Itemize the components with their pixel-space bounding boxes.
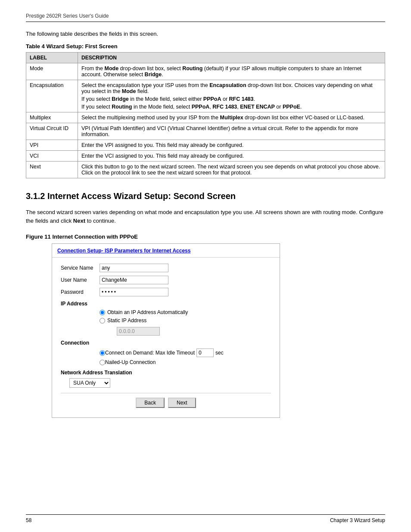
- table-row: Encapsulation Select the encapsulation t…: [26, 80, 385, 112]
- footer-chapter: Chapter 3 Wizard Setup: [330, 517, 385, 523]
- figure-caption: Figure 11 Internet Connection with PPPoE: [26, 233, 385, 240]
- password-label: Password: [61, 289, 100, 295]
- nailed-up-radio[interactable]: [100, 360, 105, 365]
- col-description-header: DESCRIPTION: [78, 53, 385, 63]
- service-name-row: Service Name: [61, 264, 271, 272]
- table-row: VPI Enter the VPI assigned to you. This …: [26, 140, 385, 151]
- table-row: Next Click this button to go to the next…: [26, 162, 385, 178]
- row-label: Mode: [26, 63, 78, 80]
- timeout-input[interactable]: [196, 348, 214, 357]
- table-row: Virtual Circuit ID VPI (Virtual Path Ide…: [26, 123, 385, 140]
- table-caption: Table 4 Wizard Setup: First Screen: [26, 43, 385, 50]
- nailed-up-row: Nailed-Up Connection: [100, 359, 271, 365]
- password-input[interactable]: [100, 288, 168, 296]
- table-row: Mode From the Mode drop-down list box, s…: [26, 63, 385, 80]
- static-ip-label: Static IP Address: [107, 317, 146, 324]
- row-description: Click this button to go to the next wiza…: [78, 162, 385, 178]
- wizard-table: LABEL DESCRIPTION Mode From the Mode dro…: [26, 52, 385, 178]
- ip-address-label: IP Address: [61, 301, 271, 307]
- obtain-ip-radio[interactable]: [100, 310, 105, 315]
- row-label: VPI: [26, 140, 78, 151]
- section-intro: The second wizard screen varies dependin…: [26, 208, 385, 225]
- password-row: Password: [61, 288, 271, 296]
- figure-content: Service Name User Name Password IP Addre…: [52, 258, 280, 417]
- page-header: Prestige 2602R Series User's Guide: [26, 13, 385, 22]
- footer-page-number: 58: [26, 517, 31, 523]
- col-label-header: LABEL: [26, 53, 78, 63]
- intro-text: The following table describes the fields…: [26, 31, 385, 37]
- nailed-up-label: Nailed-Up Connection: [105, 359, 156, 365]
- static-ip-input[interactable]: [117, 327, 160, 336]
- nat-select[interactable]: SUA Only Full Feature None: [69, 378, 110, 388]
- row-description: Select the encapsulation type your ISP u…: [78, 80, 385, 112]
- connect-demand-row: Connect on Demand: Max Idle Timeout sec: [100, 348, 271, 357]
- row-label: Virtual Circuit ID: [26, 123, 78, 140]
- button-row: Back Next: [61, 398, 271, 408]
- next-button[interactable]: Next: [168, 398, 196, 408]
- connection-label: Connection: [61, 340, 271, 346]
- table-row: VCI Enter the VCI assigned to you. This …: [26, 151, 385, 162]
- static-ip-row: Static IP Address: [100, 317, 271, 324]
- row-description: From the Mode drop-down list box, select…: [78, 63, 385, 80]
- section-heading: 3.1.2 Internet Access Wizard Setup: Seco…: [26, 191, 385, 201]
- row-label: Multiplex: [26, 112, 78, 123]
- service-name-input[interactable]: [100, 264, 168, 272]
- obtain-ip-row: Obtain an IP Address Automatically: [100, 309, 271, 315]
- user-name-row: User Name: [61, 276, 271, 284]
- table-row: Multiplex Select the multiplexing method…: [26, 112, 385, 123]
- row-description: Enter the VCI assigned to you. This fiel…: [78, 151, 385, 162]
- user-name-label: User Name: [61, 277, 100, 283]
- row-label: Encapsulation: [26, 80, 78, 112]
- connect-demand-label: Connect on Demand: Max Idle Timeout: [105, 350, 195, 356]
- row-description: Enter the VPI assigned to you. This fiel…: [78, 140, 385, 151]
- nat-label: Network Address Translation: [61, 370, 271, 376]
- obtain-ip-label: Obtain an IP Address Automatically: [107, 309, 188, 315]
- figure-title-link[interactable]: Connection Setup- ISP Parameters for Int…: [57, 248, 190, 254]
- footer: 58 Chapter 3 Wizard Setup: [26, 514, 385, 523]
- figure-box: Connection Setup- ISP Parameters for Int…: [52, 243, 280, 418]
- static-ip-radio[interactable]: [100, 318, 105, 324]
- timeout-unit: sec: [215, 350, 224, 356]
- header-title: Prestige 2602R Series User's Guide: [26, 13, 109, 19]
- back-button[interactable]: Back: [136, 398, 165, 408]
- row-description: Select the multiplexing method used by y…: [78, 112, 385, 123]
- row-description: VPI (Virtual Path Identifier) and VCI (V…: [78, 123, 385, 140]
- service-name-label: Service Name: [61, 265, 100, 271]
- figure-title-bar: Connection Setup- ISP Parameters for Int…: [52, 244, 280, 258]
- connect-demand-radio[interactable]: [100, 350, 105, 356]
- row-label: VCI: [26, 151, 78, 162]
- figure-separator: [61, 393, 271, 393]
- row-label: Next: [26, 162, 78, 178]
- user-name-input[interactable]: [100, 276, 168, 284]
